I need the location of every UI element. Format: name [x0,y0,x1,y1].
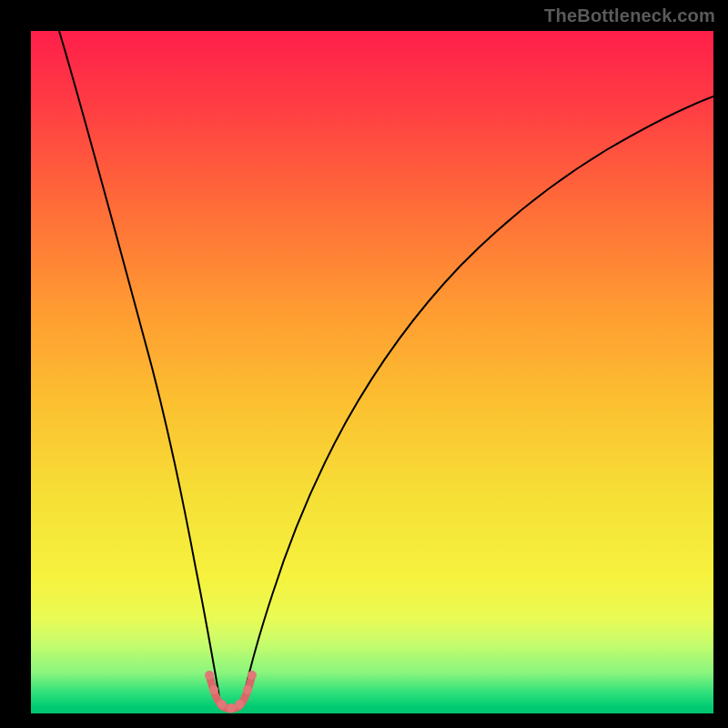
outer-frame: TheBottleneck.com [0,0,728,728]
bottleneck-curve-right [241,96,713,708]
svg-point-5 [243,685,252,694]
watermark-text: TheBottleneck.com [544,5,715,26]
svg-point-4 [235,700,244,709]
bottleneck-curve-left [59,31,221,708]
trough-highlight [205,671,257,713]
svg-point-1 [209,685,218,694]
curve-group [59,31,713,713]
plot-area [31,31,713,713]
chart-svg [31,31,713,713]
svg-point-6 [248,671,257,680]
svg-point-2 [217,700,227,709]
svg-point-0 [205,671,214,680]
